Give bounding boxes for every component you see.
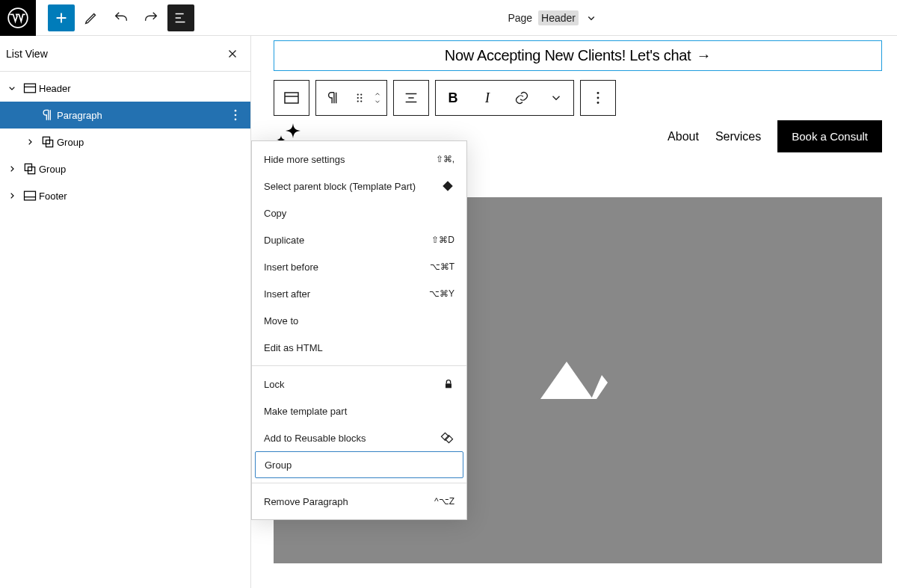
svg-point-4 [235,119,237,121]
header-icon [21,81,39,96]
undo-button[interactable] [108,4,135,31]
tree-row-label: Paragraph [57,110,226,121]
align-button[interactable] [394,81,428,115]
tree-row-label: Group [57,137,244,148]
document-title[interactable]: Page Header [508,10,897,25]
svg-point-12 [360,93,362,95]
move-up-down-button[interactable] [369,81,386,115]
menu-item-duplicate[interactable]: Duplicate⇧⌘D [252,226,466,253]
block-toolbar: B I [274,80,882,116]
paragraph-icon-button[interactable] [316,81,351,115]
more-rich-text-button[interactable] [539,81,573,115]
menu-item-group[interactable]: Group [255,451,463,478]
menu-item-label: Lock [264,379,284,390]
svg-rect-10 [285,93,298,103]
close-sidebar-button[interactable] [224,45,241,63]
svg-rect-1 [25,84,36,93]
list-view-toggle-button[interactable] [167,4,194,31]
add-block-button[interactable] [48,4,75,31]
arrow-right-icon: → [697,47,712,64]
group-icon [21,161,39,176]
menu-item-label: Add to Reusable blocks [264,433,366,444]
paragraph-icon [39,108,57,123]
menu-item-label: Remove Paragraph [264,496,348,507]
shortcut-label: ⌥⌘T [430,261,454,272]
menu-item-edit-as-html[interactable]: Edit as HTML [252,334,466,361]
shortcut-label: ⇧⌘D [431,235,454,245]
tree-row-footer[interactable]: Footer [0,182,250,209]
doc-label: Page [508,12,532,24]
block-tree: HeaderParagraphGroupGroupFooter [0,72,250,212]
announcement-bar[interactable]: Now Accepting New Clients! Let's chat → [274,40,882,71]
doc-context: Header [538,10,579,25]
menu-item-label: Group [265,459,292,471]
italic-button[interactable]: I [470,81,505,115]
mountain-icon [533,354,623,406]
tree-row-group[interactable]: Group [0,155,250,182]
diamonds-icon [440,430,454,445]
nav-about[interactable]: About [668,130,699,143]
list-view-sidebar: List View HeaderParagraphGroupGroupFoote… [0,36,251,588]
menu-item-insert-after[interactable]: Insert after⌥⌘Y [252,280,466,307]
block-options-button[interactable] [581,81,615,115]
svg-point-15 [357,100,359,102]
menu-item-insert-before[interactable]: Insert before⌥⌘T [252,253,466,280]
menu-item-label: Copy [264,208,286,219]
svg-point-0 [8,8,28,28]
menu-item-label: Edit as HTML [264,342,323,353]
tree-row-group[interactable]: Group [0,129,250,155]
menu-item-label: Make template part [264,406,347,417]
tree-row-header[interactable]: Header [0,75,250,102]
edit-tool-button[interactable] [78,4,105,31]
book-consult-button[interactable]: Book a Consult [777,120,882,152]
menu-item-add-to-reusable-blocks[interactable]: Add to Reusable blocks [252,424,466,451]
svg-point-13 [357,97,359,99]
tree-row-label: Header [39,83,244,94]
editor-canvas: Now Accepting New Clients! Let's chat → [251,36,897,588]
svg-point-19 [597,102,599,104]
nav-services[interactable]: Services [715,130,761,143]
row-options-button[interactable] [226,106,244,124]
lock-icon [443,378,454,390]
menu-item-label: Insert after [264,288,310,300]
menu-item-label: Select parent block (Template Part) [264,181,416,192]
caret-icon [21,136,39,148]
svg-point-14 [360,97,362,99]
bold-button[interactable]: B [436,81,470,115]
drag-handle-icon[interactable] [351,81,369,115]
svg-point-3 [235,114,237,117]
caret-icon [3,163,21,175]
sidebar-title: List View [6,48,48,60]
menu-item-move-to[interactable]: Move to [252,307,466,334]
block-type-button[interactable] [274,81,309,115]
group-icon [39,134,57,149]
chevron-down-icon [585,11,598,25]
header-nav: About Services Book a Consult [668,120,882,152]
svg-rect-20 [446,383,451,388]
svg-point-2 [235,110,237,112]
menu-item-label: Duplicate [264,235,304,246]
menu-item-make-template-part[interactable]: Make template part [252,397,466,424]
menu-item-label: Move to [264,315,298,327]
sidebar-header: List View [0,36,250,72]
svg-rect-9 [25,191,36,200]
menu-item-remove-paragraph[interactable]: Remove Paragraph^⌥Z [252,488,466,515]
editor-tools [36,4,194,31]
shortcut-label: ^⌥Z [434,496,454,507]
menu-item-lock[interactable]: Lock [252,371,466,397]
menu-item-label: Insert before [264,261,318,273]
redo-button[interactable] [138,4,164,31]
tree-row-paragraph[interactable]: Paragraph [0,102,250,129]
tree-row-label: Footer [39,191,244,202]
shortcut-label: ⌥⌘Y [429,288,454,299]
wordpress-logo[interactable] [0,0,36,36]
caret-icon [3,190,21,202]
diamond-icon [441,179,454,193]
footer-icon [21,188,39,203]
menu-item-copy[interactable]: Copy [252,199,466,226]
menu-item-select-parent-block-template-part-[interactable]: Select parent block (Template Part) [252,173,466,199]
menu-item-hide-more-settings[interactable]: Hide more settings⇧⌘, [252,146,466,173]
svg-point-11 [357,93,359,95]
link-button[interactable] [505,81,539,115]
svg-point-18 [597,97,599,99]
